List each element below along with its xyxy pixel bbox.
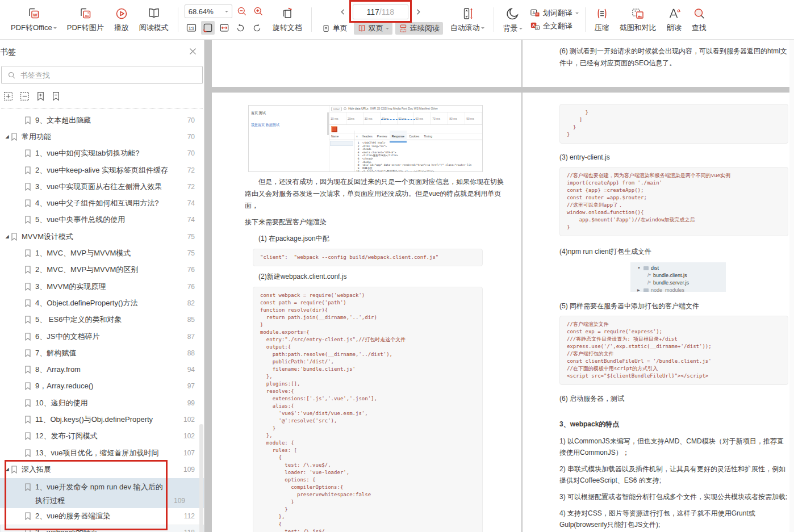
response-source-code: 1 <!DOCTYPE html> 2 <html lang="en"> 3 <…: [354, 140, 482, 171]
double-page-button[interactable]: 双页: [354, 22, 392, 35]
step-label: (4)npm run client打包生成文件: [559, 246, 788, 258]
single-page-button[interactable]: 单页: [318, 22, 351, 35]
expand-triangle-icon[interactable]: ◢: [4, 134, 10, 139]
bookmark-item[interactable]: ◢深入拓展109: [0, 461, 204, 477]
bookmark-item[interactable]: 4、Object.defineProperty()方法82: [0, 295, 204, 311]
expand-triangle-icon[interactable]: ◢: [4, 467, 10, 472]
bookmark-item[interactable]: 4、vue中父子组件如何相互调用方法?74: [0, 195, 204, 211]
bookmark-item[interactable]: 13、vue项目优化，缩短首屏加载时间107: [0, 445, 204, 461]
bookmark-item[interactable]: 12、发布-订阅模式102: [0, 428, 204, 445]
bookmark-item[interactable]: ◢常用功能70: [0, 128, 204, 145]
screenshot-compare-button[interactable]: 截图和对比: [615, 0, 662, 39]
bookmark-item[interactable]: 3、MVVM的实现原理76: [0, 278, 204, 295]
zoom-level-select[interactable]: 68.64%: [185, 5, 232, 18]
bookmark-search-input[interactable]: [20, 71, 197, 79]
full-translate-button[interactable]: A文 全文翻译: [530, 21, 579, 31]
sidebar-scrollbar[interactable]: [199, 424, 203, 532]
bookmark-item[interactable]: 9、文本超出隐藏70: [0, 112, 204, 128]
bookmark-item[interactable]: ◢MVVM设计模式75: [0, 228, 204, 245]
bookmark-item[interactable]: 3、vue中实现页面从右往左侧滑入效果72: [0, 178, 204, 195]
bookmark-label: 2、MVC、MVP与MVVM的区别: [35, 265, 174, 275]
chevron-down-icon: [386, 28, 389, 31]
devtools-timeline: 10 ms20ms30 ms40ms50 ms60 ms70 ms80 ms90…: [329, 112, 482, 125]
bookmark-search-box[interactable]: [1, 66, 203, 84]
expand-all-icon[interactable]: [3, 91, 13, 101]
add-bookmark-icon[interactable]: [36, 91, 45, 101]
bookmark-item[interactable]: 1、vue中如何实现tab切换功能?70: [0, 145, 204, 162]
word-translate-button[interactable]: A中 划词翻译: [530, 8, 579, 18]
bookmark-page-number: 70: [174, 116, 195, 124]
bookmark-page-number: 88: [174, 349, 195, 357]
play-icon: [115, 7, 128, 20]
folder-icon: [643, 288, 649, 292]
background-button[interactable]: 背景: [498, 0, 528, 39]
current-page-number: 117: [366, 7, 379, 16]
toolbar-divider: [311, 7, 312, 32]
bookmark-page-number: 74: [174, 199, 195, 207]
folder-icon: [643, 266, 649, 270]
bookmark-item[interactable]: 9，Array.reduce()97: [0, 378, 204, 395]
bookmark-item[interactable]: 8、Array.from94: [0, 361, 204, 378]
pdf-to-image-button[interactable]: PDF转图片: [62, 0, 109, 39]
screenshot-compare-icon: [631, 7, 645, 20]
bookmark-label: 8、Array.from: [35, 365, 174, 375]
zoom-out-button[interactable]: [235, 5, 249, 18]
continuous-read-button[interactable]: 连续阅读: [395, 22, 443, 35]
page-number-input[interactable]: 117/118: [353, 5, 408, 19]
zoom-in-button[interactable]: [252, 5, 265, 18]
document-scrollbar[interactable]: [789, 40, 794, 532]
bookmark-item[interactable]: 7、解构赋值88: [0, 345, 204, 361]
bookmark-label: 10、递归的使用: [35, 398, 174, 408]
collapse-all-icon[interactable]: [20, 91, 30, 101]
bookmark-item[interactable]: 2、vue的服务器端渲染112: [0, 508, 204, 525]
code-block-webpack-config: const webpack = require('webpack') const…: [253, 287, 483, 532]
fit-page-button[interactable]: [201, 21, 215, 35]
bookmark-item[interactable]: 2、vue中keep-alive 实现标签页组件缓存72: [0, 162, 204, 178]
read-aloud-label: 朗读: [667, 23, 682, 33]
svg-text:A: A: [532, 23, 535, 27]
pdf-to-office-button[interactable]: W PDF转Office: [6, 0, 62, 39]
bookmark-label: 11、Obj.keys()与Obj.defineProperty: [35, 414, 174, 425]
remove-bookmark-icon[interactable]: [52, 91, 60, 101]
bookmark-item[interactable]: 11、Obj.keys()与Obj.defineProperty102: [0, 411, 204, 428]
compress-button[interactable]: 压缩: [590, 0, 615, 39]
browser-page-text: 我是首页 数据测试: [251, 119, 329, 131]
rotate-cw-button[interactable]: [250, 21, 264, 35]
fit-width-icon: [219, 22, 230, 33]
browser-page-area: 首页 测试 我是首页 数据测试: [249, 106, 329, 171]
step-label: (3) entry-client.js: [559, 152, 788, 164]
page-116-bottom: [212, 40, 521, 87]
step-label: (2)新建webpack.client.conf.js: [258, 271, 505, 283]
bookmark-item[interactable]: 6、JS中的文档碎片87: [0, 328, 204, 345]
auto-scroll-label: 自动滚动: [450, 23, 480, 33]
search-icon: [692, 7, 706, 20]
bookmark-item[interactable]: 1、MVC、MVP与MVVM模式75: [0, 245, 204, 261]
bookmark-label: 1、vue中如何实现tab切换功能?: [35, 148, 174, 158]
bookmark-item[interactable]: 1、vue开发命令 npm run dev 输入后的执行过程109: [0, 478, 204, 508]
rotate-ccw-button[interactable]: [234, 21, 248, 35]
bookmark-item[interactable]: 5、vue中央事件总线的使用74: [0, 212, 204, 228]
bookmark-item[interactable]: 3、webpack的特点118: [0, 525, 204, 532]
bookmark-icon: [11, 233, 18, 241]
fit-width-button[interactable]: [218, 21, 231, 35]
rotate-document-button[interactable]: 旋转文档: [268, 0, 307, 39]
svg-text:1:1: 1:1: [189, 26, 194, 30]
close-icon[interactable]: [189, 47, 197, 58]
timeline-marker: [381, 119, 415, 120]
bookmark-icon: [11, 466, 18, 474]
previous-page-button[interactable]: [336, 5, 350, 19]
bookmark-icon: [24, 366, 31, 374]
find-button[interactable]: 查找: [687, 0, 712, 39]
chevron-down-icon: [519, 28, 523, 31]
actual-size-button[interactable]: 1:1: [185, 21, 198, 35]
bookmark-item[interactable]: 5、 ES6中定义的类和对象85: [0, 312, 204, 328]
next-page-button[interactable]: [411, 5, 425, 19]
play-button[interactable]: 播放: [109, 0, 134, 39]
bookmark-item[interactable]: 2、MVC、MVP与MVVM的区别76: [0, 262, 204, 278]
read-mode-button[interactable]: 阅读模式: [134, 0, 174, 39]
bookmark-icon: [24, 316, 31, 324]
auto-scroll-button[interactable]: 自动滚动: [445, 0, 490, 39]
expand-triangle-icon[interactable]: ◢: [4, 234, 10, 239]
read-aloud-button[interactable]: 朗读: [662, 0, 687, 39]
bookmark-item[interactable]: 10、递归的使用99: [0, 395, 204, 411]
